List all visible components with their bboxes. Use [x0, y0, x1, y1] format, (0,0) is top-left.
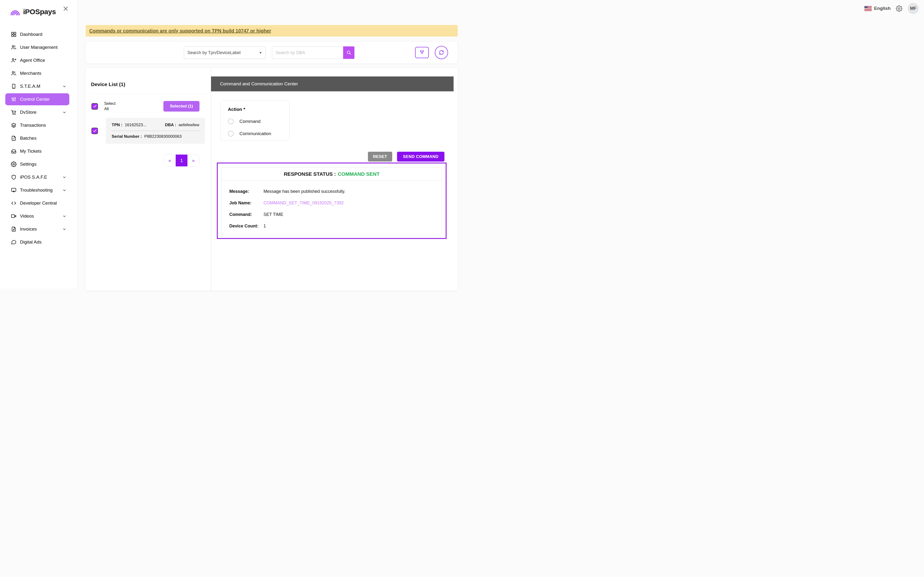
search-button[interactable] [343, 47, 354, 59]
sidebar-item-merchants[interactable]: Merchants [5, 67, 69, 79]
chevron-down-icon [62, 175, 66, 179]
command-center-title: Command and Communication Center [220, 81, 298, 87]
chevron-down-icon [62, 214, 66, 218]
chevron-down-icon [62, 227, 66, 231]
search-icon [346, 50, 352, 55]
sidebar-item-agent-office[interactable]: Agent Office [5, 54, 69, 66]
radio-label: Communication [239, 131, 271, 136]
action-label: Action * [228, 107, 282, 112]
radio-button-icon[interactable] [228, 119, 234, 124]
divider [90, 93, 206, 94]
tablet-icon [11, 84, 16, 89]
sidebar: iPOSpays Dashboard User Management Agent… [0, 0, 78, 288]
radio-button-icon[interactable] [228, 131, 234, 137]
device-list-panel: Device List (1) Select All Selected (1) [86, 68, 211, 288]
response-row-label: Device Count: [229, 224, 263, 229]
sidebar-item-videos[interactable]: Videos [5, 210, 69, 222]
chevron-down-icon [62, 110, 66, 114]
device-checkbox[interactable] [91, 128, 98, 134]
sidebar-item-dashboard[interactable]: Dashboard [5, 28, 69, 40]
sidebar-item-label: Troubleshooting [20, 187, 53, 193]
response-box: RESPONSE STATUS : COMMAND SENT Message: … [217, 163, 447, 239]
funnel-icon [419, 50, 425, 55]
selected-count-button[interactable]: Selected (1) [163, 101, 199, 111]
action-card: Action * Command Communication [220, 100, 290, 140]
sidebar-item-label: S.T.E.A.M [20, 84, 40, 89]
response-row-label: Job Name: [229, 200, 263, 206]
file-minus-icon [11, 135, 16, 141]
sidebar-item-my-tickets[interactable]: My Tickets [5, 145, 69, 157]
response-row-label: Message: [229, 189, 263, 194]
checkmark-icon [93, 129, 97, 133]
pagination-page-1[interactable]: 1 [176, 155, 187, 166]
sidebar-item-batches[interactable]: Batches [5, 132, 69, 144]
sidebar-item-user-management[interactable]: User Management [5, 41, 69, 53]
sidebar-item-label: DvStore [20, 110, 37, 115]
job-name-link[interactable]: COMMAND_SET_TIME_09192025_7392 [263, 200, 344, 206]
response-row-value: SET TIME [263, 212, 283, 217]
response-status-header: RESPONSE STATUS : COMMAND SENT [221, 167, 442, 181]
control-center-panel: Device List (1) Select All Selected (1) [86, 68, 458, 288]
code-icon [11, 200, 16, 206]
pagination-next-button[interactable]: » [187, 155, 199, 166]
sidebar-item-digital-ads[interactable]: Digital Ads [5, 236, 69, 248]
pagination-prev-button[interactable]: « [164, 155, 176, 166]
sidebar-item-developer-central[interactable]: Developer Central [5, 197, 69, 209]
sidebar-item-dvstore[interactable]: DvStore [5, 106, 69, 118]
command-center-header: Command and Communication Center [211, 76, 454, 91]
sidebar-item-label: Dashboard [20, 32, 42, 37]
main-content: Commands or communication are only suppo… [78, 0, 462, 288]
sidebar-item-ipos-safe[interactable]: iPOS S.A.F.E [5, 171, 69, 183]
search-toolbar: Search by Tpn/DeviceLabel ▼ [86, 42, 458, 63]
response-row-value: Message has been published successfully. [263, 189, 345, 194]
response-rows: Message: Message has been published succ… [221, 181, 442, 229]
dropdown-caret-icon: ▼ [259, 51, 262, 55]
ipospays-rainbow-logo-icon [10, 7, 21, 16]
radio-option-communication[interactable]: Communication [228, 131, 282, 137]
inbox-icon [11, 148, 16, 154]
filter-button[interactable] [415, 47, 429, 58]
send-command-button[interactable]: SEND COMMAND [397, 152, 444, 161]
refresh-sync-icon [438, 49, 445, 56]
close-icon[interactable] [62, 5, 69, 12]
sidebar-item-steam[interactable]: S.T.E.A.M [5, 80, 69, 92]
search-dba-input[interactable] [272, 47, 343, 59]
device-list-title: Device List (1) [91, 82, 211, 87]
gear-icon [11, 161, 16, 167]
sliders-icon [11, 97, 16, 102]
sidebar-item-label: My Tickets [20, 148, 42, 154]
sidebar-item-label: Transactions [20, 122, 46, 128]
shield-icon [11, 174, 16, 180]
sidebar-item-settings[interactable]: Settings [5, 158, 69, 170]
tpn-build-banner: Commands or communication are only suppo… [86, 25, 458, 37]
dba-value: aefefewfew [179, 122, 199, 127]
response-row-job-name: Job Name: COMMAND_SET_TIME_09192025_7392 [229, 200, 442, 206]
tpn-device-dropdown[interactable]: Search by Tpn/DeviceLabel ▼ [184, 47, 266, 59]
sidebar-item-label: Digital Ads [20, 239, 42, 245]
radio-label: Command [239, 119, 261, 124]
sidebar-item-transactions[interactable]: Transactions [5, 119, 69, 131]
sidebar-item-invoices[interactable]: Invoices [5, 223, 69, 235]
tpn-label: TPN : [111, 122, 122, 127]
users-icon [11, 71, 16, 76]
device-card-bottom-line: Serial Number : P8B2230830000063 [111, 134, 199, 139]
device-card[interactable]: TPN : 16162523... DBA : aefefewfew Seria… [106, 118, 205, 144]
serial-label: Serial Number : [111, 134, 142, 139]
sidebar-item-troubleshooting[interactable]: Troubleshooting [5, 184, 69, 196]
dropdown-selected-value: Search by Tpn/DeviceLabel [187, 50, 241, 55]
refresh-button[interactable] [435, 46, 448, 59]
radio-option-command[interactable]: Command [228, 119, 282, 124]
select-all-line2: All [104, 106, 115, 111]
users-icon [11, 45, 16, 50]
select-all-checkbox[interactable] [91, 103, 98, 110]
panel-divider [211, 68, 211, 288]
select-all-row: Select All Selected (1) [91, 101, 205, 111]
banner-link[interactable]: Commands or communication are only suppo… [89, 28, 271, 34]
reset-button[interactable]: RESET [368, 152, 392, 161]
sidebar-item-label: Settings [20, 161, 37, 167]
sidebar-item-control-center[interactable]: Control Center [5, 93, 69, 105]
file-text-icon [11, 226, 16, 232]
select-all-label: Select All [104, 101, 115, 111]
response-row-message: Message: Message has been published succ… [229, 189, 442, 194]
chevron-down-icon [62, 188, 66, 192]
